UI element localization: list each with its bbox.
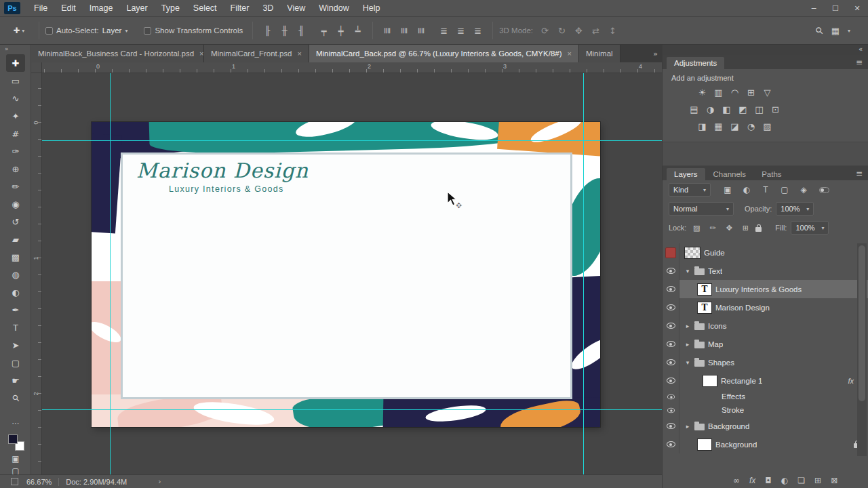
visibility-toggle[interactable] bbox=[663, 353, 679, 371]
horizontal-guide[interactable] bbox=[42, 140, 662, 141]
filter-kind-dropdown[interactable]: Kind ▾ bbox=[669, 183, 711, 197]
lock-position-icon[interactable]: ✥ bbox=[723, 224, 735, 232]
menu-select[interactable]: Select bbox=[186, 0, 224, 17]
brand-subtitle-text-layer[interactable]: Luxury Interiors & Goods bbox=[169, 184, 283, 194]
lock-transparency-icon[interactable]: ▨ bbox=[690, 224, 703, 232]
horizontal-type-tool[interactable]: T bbox=[6, 319, 25, 336]
menu-3d[interactable]: 3D bbox=[256, 0, 280, 17]
brush-tool[interactable]: ✏ bbox=[6, 178, 25, 195]
vertical-guide[interactable] bbox=[110, 73, 111, 474]
disclosure-triangle[interactable]: ▾ bbox=[684, 268, 691, 274]
align-vertical-centers-icon[interactable]: ╪ bbox=[332, 26, 349, 36]
auto-select-checkbox[interactable] bbox=[45, 27, 53, 35]
clone-stamp-tool[interactable]: ◉ bbox=[6, 195, 25, 213]
panel-menu-icon[interactable]: ≡ bbox=[856, 169, 868, 180]
distribute-vertical-centers-icon[interactable]: ≣ bbox=[399, 22, 410, 39]
shape-layer-thumbnail[interactable] bbox=[703, 375, 717, 387]
layer-thumbnail[interactable] bbox=[684, 247, 701, 259]
gradient-tool[interactable]: ▩ bbox=[6, 248, 25, 266]
workspace-switcher-icon[interactable]: ▦ bbox=[831, 26, 840, 36]
scrollbar-thumb[interactable] bbox=[859, 245, 865, 401]
edit-toolbar-ellipsis[interactable]: ⋯ bbox=[0, 419, 31, 428]
text-layer-thumbnail[interactable]: T bbox=[697, 283, 712, 296]
menu-window[interactable]: Window bbox=[312, 0, 355, 17]
quick-mask-button[interactable]: ▣ bbox=[0, 454, 31, 464]
blur-tool[interactable]: ◍ bbox=[6, 266, 25, 283]
distribute-left-edges-icon[interactable]: ≣ bbox=[435, 26, 452, 36]
adjustment-photo-filter-icon[interactable]: ◩ bbox=[736, 102, 750, 117]
menu-image[interactable]: Image bbox=[83, 0, 120, 17]
tab-overflow-chevron[interactable]: » bbox=[649, 45, 662, 62]
distribute-horizontal-centers-icon[interactable]: ≣ bbox=[452, 26, 469, 36]
layer-row-marison-design[interactable]: T Marison Design bbox=[663, 298, 868, 317]
close-tab-icon[interactable]: × bbox=[568, 49, 572, 58]
disclosure-triangle[interactable]: ▸ bbox=[684, 423, 691, 430]
panel-menu-icon[interactable]: ≡ bbox=[856, 58, 868, 69]
menu-edit[interactable]: Edit bbox=[54, 0, 83, 17]
history-brush-tool[interactable]: ↺ bbox=[6, 213, 25, 230]
adjustment-gradient-map-icon[interactable]: ▨ bbox=[760, 119, 774, 134]
filter-shape-layers-icon[interactable]: ▢ bbox=[777, 185, 792, 195]
horizontal-ruler[interactable]: 0 1 2 3 4 bbox=[42, 62, 662, 73]
color-swatches[interactable] bbox=[8, 434, 24, 451]
align-right-edges-icon[interactable]: ╢ bbox=[293, 26, 310, 36]
document-tab-2[interactable]: MinimalCard_Front.psd × bbox=[204, 45, 309, 62]
eraser-tool[interactable]: ▰ bbox=[6, 230, 25, 248]
menu-help[interactable]: Help bbox=[356, 0, 387, 17]
layer-row-effects[interactable]: Effects bbox=[663, 390, 868, 403]
link-layers-icon[interactable]: ∞ bbox=[733, 476, 740, 485]
visibility-toggle[interactable] bbox=[663, 435, 679, 453]
visibility-toggle[interactable] bbox=[663, 403, 679, 417]
roll-3d-camera-icon[interactable]: ↻ bbox=[553, 26, 570, 36]
layer-row-luxury-interiors[interactable]: T Luxury Interiors & Goods bbox=[663, 280, 868, 298]
disclosure-triangle[interactable]: ▸ bbox=[684, 323, 691, 329]
align-left-edges-icon[interactable]: ╟ bbox=[259, 26, 276, 36]
layers-scrollbar[interactable] bbox=[857, 243, 867, 456]
align-bottom-edges-icon[interactable]: ╧ bbox=[349, 26, 366, 36]
slide-3d-camera-icon[interactable]: ⇄ bbox=[587, 26, 604, 36]
distribute-right-edges-icon[interactable]: ≣ bbox=[469, 26, 486, 36]
move-tool[interactable]: ✚ bbox=[6, 54, 25, 72]
layer-row-background[interactable]: Background bbox=[663, 435, 868, 453]
adjustment-vibrance-icon[interactable]: ▽ bbox=[760, 85, 774, 100]
rotate-3d-camera-icon[interactable]: ⟳ bbox=[536, 26, 553, 36]
lasso-tool[interactable]: ∿ bbox=[6, 89, 25, 107]
adjustment-brightness-contrast-icon[interactable]: ☀ bbox=[695, 85, 709, 100]
status-preview-icon[interactable] bbox=[11, 478, 18, 485]
tab-paths[interactable]: Paths bbox=[754, 168, 789, 180]
chevron-down-icon[interactable]: ▾ bbox=[848, 28, 850, 34]
text-layer-thumbnail[interactable]: T bbox=[697, 302, 712, 314]
visibility-toggle[interactable] bbox=[663, 243, 679, 262]
menu-layer[interactable]: Layer bbox=[119, 0, 154, 17]
layer-row-group-text[interactable]: ▾ Text bbox=[663, 262, 868, 280]
fill-dropdown[interactable]: 100% ▾ bbox=[791, 221, 829, 235]
blend-mode-dropdown[interactable]: Normal ▾ bbox=[669, 202, 734, 216]
layer-row-group-map[interactable]: ▸ Map bbox=[663, 335, 868, 353]
close-tab-icon[interactable]: × bbox=[199, 49, 203, 58]
lock-artboard-icon[interactable]: ⊞ bbox=[739, 224, 751, 232]
lock-all-icon[interactable] bbox=[755, 227, 762, 232]
visibility-toggle[interactable] bbox=[663, 390, 679, 403]
vertical-ruler[interactable]: 0 1 2 bbox=[31, 73, 42, 474]
horizontal-guide[interactable] bbox=[42, 409, 662, 410]
align-top-edges-icon[interactable]: ╤ bbox=[315, 26, 332, 36]
menu-view[interactable]: View bbox=[280, 0, 312, 17]
tab-adjustments[interactable]: Adjustments bbox=[667, 57, 724, 69]
auto-select-target-dropdown[interactable]: Layer ▾ bbox=[102, 26, 128, 35]
adjustment-curves-icon[interactable]: ◠ bbox=[728, 85, 742, 100]
new-layer-icon[interactable]: ⊞ bbox=[814, 476, 821, 485]
visibility-toggle[interactable] bbox=[663, 417, 679, 435]
adjustment-levels-icon[interactable]: ▥ bbox=[711, 85, 726, 100]
dodge-tool[interactable]: ◐ bbox=[6, 283, 25, 301]
spot-healing-brush-tool[interactable]: ⊕ bbox=[6, 160, 25, 178]
pen-tool[interactable]: ✒ bbox=[6, 301, 25, 319]
business-card-artwork[interactable]: Marison Design Luxury Interiors & Goods bbox=[92, 122, 600, 427]
adjustment-black-white-icon[interactable]: ◧ bbox=[719, 102, 734, 117]
opacity-dropdown[interactable]: 100% ▾ bbox=[776, 202, 814, 216]
adjustment-color-lookup-icon[interactable]: ⊡ bbox=[768, 102, 783, 117]
drag-3d-camera-icon[interactable]: ✥ bbox=[570, 26, 587, 36]
layer-row-group-shapes[interactable]: ▾ Shapes bbox=[663, 353, 868, 371]
show-transform-checkbox[interactable] bbox=[144, 27, 151, 35]
tab-layers[interactable]: Layers bbox=[667, 168, 705, 180]
tab-channels[interactable]: Channels bbox=[706, 168, 754, 180]
